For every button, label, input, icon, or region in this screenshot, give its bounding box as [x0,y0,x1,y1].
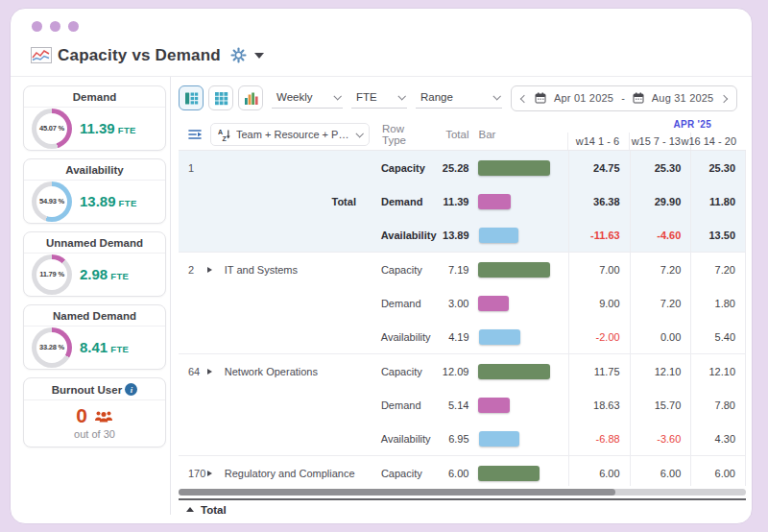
title-dropdown-caret[interactable] [254,53,264,59]
week-value-cell: 0.00 [630,320,691,353]
row-expand-icon[interactable] [188,128,204,141]
week-value-cell: 15.70 [630,388,691,422]
end-date-field[interactable]: Aug 31 2025 [652,92,714,104]
next-period-button[interactable] [720,94,728,102]
column-header-bar: Bar [469,119,567,150]
unit-dropdown[interactable]: FTE [351,87,407,109]
week-value-cell: 7.80 [690,388,746,422]
value-bar [478,466,540,481]
svg-text:Z: Z [223,135,228,142]
window-control-dot[interactable] [68,21,79,32]
group-name: Regulatory and Compliance [225,468,368,479]
row-type-cell: Capacity [368,264,427,276]
row-type-cell: Capacity [368,366,427,377]
burnout-card-title: Burnout User i [24,378,165,400]
donut-chart: 33.28 % [32,327,72,368]
range-mode-dropdown[interactable]: Range [416,87,502,109]
week-value-cell: 7.00 [568,253,630,286]
fte-value: 2.98 [80,266,108,282]
line-chart-icon [31,47,52,63]
week-value-cell: 7.20 [630,253,691,286]
chevron-down-icon [333,92,341,100]
horizontal-scrollbar[interactable] [179,489,746,496]
week-value-cell: 12.10 [690,354,746,388]
total-cell: 13.89 [427,230,469,241]
window-control-dot[interactable] [32,21,42,32]
summary-sidebar: Demand 45.07 % 11.39 FTE Availability 54… [11,77,171,515]
sidebar-cards: Demand 45.07 % 11.39 FTE Availability 54… [23,85,166,370]
row-type-cell: Availability [368,230,427,241]
total-cell: 12.09 [427,366,469,377]
summary-card: Unnamed Demand 11.79 % 2.98 FTE [23,231,166,297]
table-chart-view-button[interactable] [179,85,204,110]
value-bar [478,262,550,278]
donut-percent-label: 33.28 % [32,327,72,368]
week-value-cell: 25.30 [630,151,691,184]
footer-total-label: Total [201,504,227,516]
total-collapse-toggle[interactable]: Total [179,498,746,519]
table-header: A Z Team + Resource + Proj... Row Type T… [179,119,746,151]
row-type-cell: Availability [368,433,427,445]
month-label: APR '25 [567,119,746,133]
app-window: Capacity vs Demand Demand 45.07 % [10,8,753,524]
row-type-cell: Capacity [368,162,427,174]
summary-card: Named Demand 33.28 % 8.41 FTE [23,304,166,370]
calendar-icon [633,92,644,104]
table-chart-view-icon [184,91,199,106]
grouping-selector-label: Team + Resource + Proj... [236,129,350,140]
table-row: Availability 4.19 -2.00 0.00 5.40 [179,320,746,353]
window-controls [11,9,752,32]
summary-card-title: Named Demand [24,305,165,326]
week-value-cell: 36.38 [568,184,630,218]
group-id: 1 [179,162,207,174]
value-bar [479,228,518,243]
window-control-dot[interactable] [50,21,60,32]
donut-chart: 45.07 % [32,109,72,149]
group-id: 64 [179,366,207,377]
row-type-cell: Demand [368,298,427,309]
week-value-cell: 6.00 [690,456,746,486]
week-value-cell: -11.63 [568,218,630,252]
total-cell: 25.28 [427,162,469,174]
burnout-card: Burnout User i 0 out [23,377,166,447]
start-date-field[interactable]: Apr 01 2025 [554,92,613,104]
gear-icon[interactable] [230,47,247,63]
expand-toggle[interactable] [207,369,225,375]
bar-chart-view-button[interactable] [238,85,263,110]
burnout-caption: out of 30 [24,428,165,440]
granularity-dropdown[interactable]: Weekly [272,87,343,109]
week-value-cell: 29.90 [630,184,691,218]
expand-toggle[interactable] [207,471,225,476]
total-cell: 3.00 [427,298,469,309]
grouping-selector[interactable]: A Z Team + Resource + Proj... [210,123,370,146]
row-type-cell: Capacity [368,468,427,479]
grid-view-button[interactable] [208,85,233,110]
week-value-cell: -2.00 [568,320,630,353]
titlebar: Capacity vs Demand [11,32,752,66]
previous-period-button[interactable] [520,94,528,102]
week-value-cell: 12.10 [630,354,691,388]
donut-chart: 11.79 % [32,254,72,295]
total-cell: 6.00 [427,468,469,479]
row-type-cell: Demand [368,399,427,411]
donut-percent-label: 11.79 % [32,254,72,295]
week-value-cell: 5.40 [690,320,746,353]
value-bar [478,364,550,379]
row-type-cell: Availability [368,331,427,343]
week-value-cell: 11.75 [568,354,630,388]
expand-caret-icon [207,471,212,476]
chevron-down-icon [397,92,405,100]
people-icon [94,410,113,423]
info-icon[interactable]: i [125,383,137,396]
column-header-total: Total [427,119,468,150]
week-column-header: w16 14 - 20 [690,133,746,150]
group-name: Network Operations [225,366,368,377]
summary-card-title: Availability [24,159,165,181]
date-separator: - [621,92,625,104]
horizontal-scrollbar-thumb[interactable] [179,489,615,496]
az-sort-icon[interactable]: A Z [218,128,230,141]
week-value-cell: 13.50 [690,218,746,252]
week-value-cell: 4.30 [690,422,746,455]
expand-toggle[interactable] [207,267,225,273]
week-value-cell: -3.60 [630,422,691,455]
